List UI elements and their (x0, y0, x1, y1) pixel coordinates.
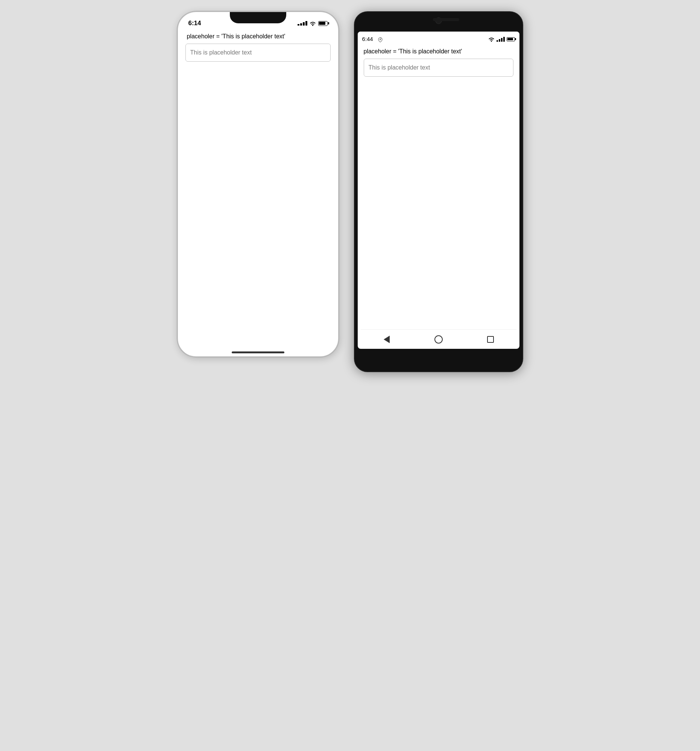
android-label: placeholer = 'This is placeholder text' (364, 48, 513, 55)
back-button[interactable] (381, 334, 392, 345)
android-nav-bar (361, 329, 516, 349)
android-text-input[interactable] (364, 59, 513, 77)
ios-time: 6:14 (189, 20, 201, 27)
battery-fill (319, 22, 325, 25)
wifi-android-icon (488, 37, 495, 42)
android-screen-content: placeholer = 'This is placeholder text' (358, 46, 519, 77)
battery-android-icon (506, 37, 515, 41)
wifi-icon (310, 21, 316, 26)
signal-dots-icon (297, 21, 307, 26)
android-status-icons (488, 37, 515, 42)
svg-point-0 (312, 25, 313, 26)
ios-home-indicator (232, 351, 284, 353)
signal-bars-android-icon (497, 37, 505, 42)
home-button[interactable] (433, 334, 444, 345)
battery-icon (318, 21, 328, 26)
ios-device: 6:14 placeholer = 'This is placeholder t… (177, 11, 339, 357)
android-speaker (433, 18, 459, 21)
recents-button[interactable] (485, 334, 496, 345)
svg-point-1 (379, 39, 381, 40)
android-status-bar: 6:44 (358, 32, 519, 46)
ios-label: placeholer = 'This is placeholder text' (186, 33, 331, 40)
location-icon (378, 37, 383, 42)
ios-notch (230, 12, 286, 23)
home-icon (434, 335, 443, 343)
android-time: 6:44 (362, 36, 383, 42)
svg-point-2 (491, 40, 492, 42)
android-screen: 6:44 (358, 32, 519, 349)
battery-android-fill (507, 38, 513, 40)
ios-screen: placeholer = 'This is placeholder text' (178, 30, 338, 62)
recents-icon (487, 336, 494, 343)
back-icon (384, 336, 390, 343)
ios-status-icons (297, 21, 328, 26)
ios-text-input[interactable] (186, 43, 331, 62)
android-device: 6:44 (354, 11, 523, 372)
